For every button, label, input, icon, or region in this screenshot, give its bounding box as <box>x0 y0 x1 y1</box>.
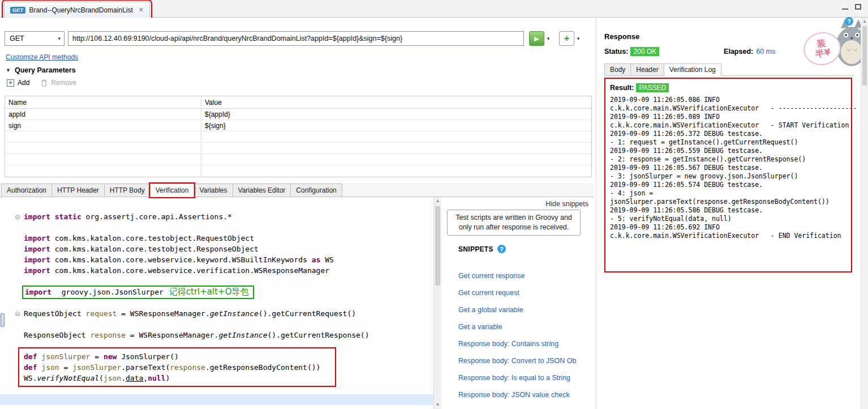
response-tab-header[interactable]: Header <box>630 63 664 76</box>
code-line[interactable]: ResponseObject response = WSResponseMana… <box>0 330 433 340</box>
handwritten-note: 记得ctrl+alt+O导包 <box>169 287 249 297</box>
snippets-title: SNIPPETS <box>458 245 493 253</box>
status-label: Status: <box>604 48 628 56</box>
param-value-cell[interactable]: ${appId} <box>201 109 591 120</box>
code-line[interactable] <box>0 340 433 351</box>
log-line: 2019-09-09 11:26:05.089 INFO <box>610 113 859 121</box>
fold-marker-icon[interactable]: ⊖ <box>0 213 24 221</box>
editor-scrollbar[interactable]: ▲ ▼ <box>433 197 441 409</box>
tab-variables-editor[interactable]: Variables Editor <box>233 184 291 197</box>
help-icon[interactable]: ? <box>497 245 506 253</box>
code-line[interactable] <box>0 297 433 308</box>
scroll-up-icon[interactable]: ▲ <box>434 197 441 205</box>
code-text: import com.kms.katalon.core.testobject.R… <box>24 234 254 242</box>
query-parameters-header[interactable]: ▼ Query Parameters <box>6 66 76 74</box>
url-input[interactable] <box>68 31 524 46</box>
tab-variables[interactable]: Variables <box>194 184 233 197</box>
help-bubble-icon[interactable]: ? <box>845 17 853 25</box>
code-line[interactable]: import com.kms.katalon.core.testobject.R… <box>0 244 433 254</box>
tab-authorization[interactable]: Authorization <box>1 184 52 197</box>
window-scrollbar[interactable]: ▲ <box>861 18 868 409</box>
column-header-value[interactable]: Value <box>201 96 591 108</box>
tab-configuration[interactable]: Configuration <box>290 184 342 197</box>
code-line[interactable]: import com.kms.katalon.core.webservice.k… <box>0 254 433 265</box>
param-value-cell[interactable] <box>201 165 591 177</box>
tab-http-header[interactable]: HTTP Header <box>51 184 105 197</box>
code-line[interactable] <box>0 384 433 394</box>
snippet-link-get-current-response[interactable]: Get current response <box>458 267 592 284</box>
status-badge: 200 OK <box>630 47 659 56</box>
request-document-tab[interactable]: GET Brand--QueryNrcBrandDomainList ✕ <box>4 2 150 18</box>
table-row[interactable] <box>5 165 591 177</box>
maximize-icon[interactable] <box>855 4 861 10</box>
param-name-cell[interactable] <box>5 154 201 165</box>
param-name-cell[interactable] <box>5 143 201 154</box>
code-line[interactable] <box>0 394 433 405</box>
log-line: - 3: jsonSlurper = new groovy.json.JsonS… <box>610 172 859 181</box>
table-row[interactable]: appId${appId} <box>5 109 591 120</box>
param-name-cell[interactable] <box>5 131 201 142</box>
code-line[interactable]: def json = jsonSlurper.parseText(respons… <box>0 362 433 373</box>
script-editor[interactable]: ⊖import static org.assertj.core.api.Asse… <box>0 197 433 409</box>
scroll-down-icon[interactable]: ▼ <box>434 401 441 409</box>
add-options-caret-icon[interactable]: ▾ <box>574 31 582 46</box>
add-parameter-button[interactable]: + Add <box>7 79 29 87</box>
table-row[interactable] <box>5 131 591 143</box>
run-options-caret-icon[interactable]: ▾ <box>544 31 552 46</box>
code-line[interactable]: import com.kms.katalon.core.webservice.v… <box>0 265 433 276</box>
param-name-cell[interactable]: appId <box>5 109 201 120</box>
param-value-cell[interactable]: ${sign} <box>201 120 591 131</box>
code-line[interactable]: import groovy.json.JsonSlurper记得ctrl+alt… <box>0 287 433 297</box>
log-line: c.k.k.core.main.WSVerificationExecutor -… <box>610 104 859 113</box>
code-line[interactable]: def jsonSlurper = new JsonSlurper() <box>0 351 433 362</box>
remove-parameter-button[interactable]: Remove <box>41 79 76 87</box>
panel-divider[interactable] <box>596 18 596 409</box>
code-line[interactable]: ⊖RequestObject request = WSResponseManag… <box>0 308 433 319</box>
snippet-link-get-current-request[interactable]: Get current request <box>458 284 592 301</box>
param-value-cell[interactable] <box>201 143 591 154</box>
snippet-link-response-body-convert-to-json-ob[interactable]: Response body: Convert to JSON Ob <box>458 352 592 369</box>
annotation-green-box: import groovy.json.JsonSlurper记得ctrl+alt… <box>22 286 254 299</box>
response-tab-verification-log[interactable]: Verification Log <box>664 63 721 76</box>
code-line[interactable]: ⊖import static org.assertj.core.api.Asse… <box>0 211 433 222</box>
param-value-cell[interactable] <box>201 131 591 142</box>
window-scroll-thumb[interactable] <box>862 26 867 86</box>
collapse-icon[interactable]: ▼ <box>6 67 11 73</box>
tab-http-body[interactable]: HTTP Body <box>104 184 151 197</box>
snippet-link-response-body-is-equal-to-a-string[interactable]: Response body: Is equal to a String <box>458 369 592 386</box>
snippet-link-response-body-content-type-check[interactable]: Response body: Content Type check <box>458 403 592 409</box>
table-row[interactable] <box>5 154 591 165</box>
code-line[interactable] <box>0 319 433 330</box>
column-header-name[interactable]: Name <box>5 96 201 108</box>
code-text: import com.kms.katalon.core.webservice.v… <box>24 266 329 275</box>
table-row[interactable]: sign${sign} <box>5 120 591 131</box>
param-name-cell[interactable]: sign <box>5 120 201 131</box>
code-text: def jsonSlurper = new JsonSlurper() <box>24 352 179 361</box>
code-line[interactable]: import com.kms.katalon.core.testobject.R… <box>0 233 433 244</box>
close-tab-icon[interactable]: ✕ <box>139 6 144 14</box>
minimize-icon[interactable] <box>842 8 848 10</box>
hide-snippets-link[interactable]: Hide snippets <box>545 200 588 208</box>
code-line[interactable] <box>0 222 433 233</box>
param-value-cell[interactable] <box>201 154 591 165</box>
snippet-link-response-body-contains-string[interactable]: Response body: Contains string <box>458 335 592 352</box>
editor-scroll-thumb[interactable] <box>435 206 440 286</box>
trash-icon <box>41 79 48 87</box>
param-name-cell[interactable] <box>5 165 201 177</box>
snippet-link-response-body-json-value-check[interactable]: Response body: JSON value check <box>458 386 592 403</box>
customize-api-methods-link[interactable]: Customize API methods <box>6 53 78 61</box>
snippet-link-get-a-global-variable[interactable]: Get a global variable <box>458 301 592 318</box>
tab-verification[interactable]: Verification <box>150 184 195 197</box>
response-title: Response <box>604 32 639 41</box>
run-button[interactable]: ▶ <box>529 31 544 46</box>
method-select[interactable]: GET ▾ <box>5 31 65 46</box>
code-text: WS.verifyNotEqual(json.data,null) <box>24 374 170 382</box>
add-request-button[interactable]: + <box>559 31 574 46</box>
table-row[interactable] <box>5 143 591 154</box>
code-text: def json = jsonSlurper.parseText(respons… <box>24 363 320 372</box>
snippet-link-get-a-variable[interactable]: Get a variable <box>458 318 592 335</box>
editor-tabs: AuthorizationHTTP HeaderHTTP BodyVerific… <box>0 183 594 197</box>
code-line[interactable]: WS.verifyNotEqual(json.data,null) <box>0 373 433 384</box>
response-tab-body[interactable]: Body <box>604 63 631 76</box>
scroll-up-icon[interactable]: ▲ <box>861 18 868 25</box>
